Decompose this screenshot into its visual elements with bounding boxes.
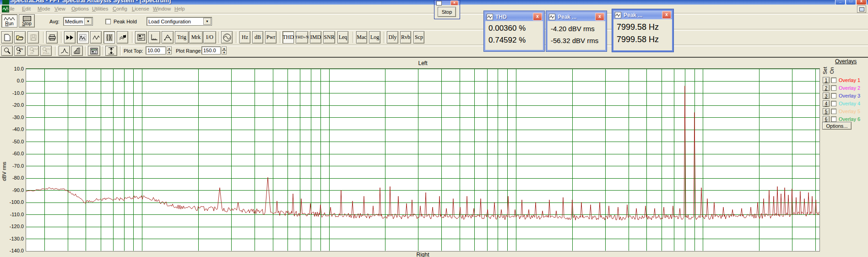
toolbar-group-separator [55,46,57,55]
delay-button[interactable]: Dly [387,31,398,44]
avg-select[interactable]: Medium ▼ [63,17,93,26]
menu-item-window[interactable]: Window [153,6,171,11]
logging-button[interactable]: Log [369,31,380,44]
calipers-button[interactable] [162,31,174,44]
vertical-range-button[interactable] [105,46,117,56]
octave-bars-button[interactable] [71,46,83,56]
plot-canvas[interactable] [26,69,819,251]
menu-item-view[interactable]: View [54,6,65,11]
y-tick-label: -80.0 [5,175,24,180]
display-control-button[interactable] [135,31,147,44]
imd-button[interactable]: IMD [310,31,321,44]
stop-button[interactable]: Stop [19,14,35,27]
peak-amplitude-title: Peak ... [558,14,595,20]
maximize-button[interactable]: □ [846,0,856,5]
new-file-button[interactable] [1,31,13,44]
peak-hold-checkbox[interactable] [105,19,111,24]
peak-curve-button[interactable] [59,46,70,56]
client-divider [0,57,868,58]
close-icon[interactable]: x [595,13,604,21]
close-icon[interactable]: x [533,13,542,21]
power-button[interactable]: Pwr [265,31,277,44]
overlay-on-checkbox-4[interactable] [831,101,836,106]
overlay-on-checkbox-2[interactable] [831,85,836,91]
thd-button[interactable]: THD [282,31,294,44]
overlay-set-button-2[interactable]: 2 [823,85,830,91]
y-tick-label: -40.0 [5,126,24,132]
menu-item-config[interactable]: Config [113,6,127,11]
menu-item-license[interactable]: License [132,6,149,11]
time-series-button[interactable] [90,31,102,44]
configuration-combobox[interactable]: Load Configuration ▼ [146,17,212,26]
overlay-set-button-1[interactable]: 1 [823,77,830,83]
spectrum-view-button[interactable] [77,31,89,44]
peak-frequency-title-bar[interactable]: Peak ... x [613,11,672,19]
plot-range-spinner[interactable]: ▲▼ [222,46,227,55]
generator-stop-button[interactable]: Stop [438,7,456,17]
display-settings-button[interactable] [88,46,100,56]
generator-close-icon[interactable]: x [450,0,458,5]
plot-top-input[interactable]: 10.00 [146,46,166,55]
menu-item-edit[interactable]: Edit [22,6,31,11]
overlay-set-button-6[interactable]: 6 [823,116,830,122]
spectrogram-button[interactable] [103,31,115,44]
toolbar-group-separator [103,46,104,55]
snr-button[interactable]: SNR [323,31,335,44]
svg-text:2X: 2X [30,52,33,55]
channel-label-right: Right [26,252,819,257]
overlay-on-checkbox-5[interactable] [831,109,836,114]
plot-range-input[interactable]: 150.0 [201,46,221,55]
io-button[interactable]: I/O [203,31,216,44]
overlay-on-checkbox-6[interactable] [831,116,836,122]
scope-button[interactable]: Scp [413,31,424,44]
menu-item-file[interactable]: File [6,6,15,11]
peak-frequency-title: Peak ... [624,12,662,18]
toolbar-group-separator [85,46,87,55]
amplitude-units-button[interactable]: dB [252,31,263,44]
zoom-in-2x-button[interactable]: IN2X [14,46,26,56]
mdi-child-restore-button[interactable] [857,5,866,13]
close-button[interactable]: x [856,0,867,5]
plot-top-spinner[interactable]: ▲▼ [167,46,172,55]
frequency-units-button[interactable]: Hz [239,31,250,44]
run-button[interactable]: Run [1,14,17,27]
close-icon[interactable]: x [662,11,671,19]
thd-window-title-bar[interactable]: THD x [485,12,543,21]
leq-button[interactable]: Leq [337,31,348,44]
overlay-on-checkbox-1[interactable] [831,77,836,83]
reverb-button[interactable]: Rvb [400,31,411,44]
chevron-down-icon[interactable]: ▼ [203,18,211,25]
chevron-down-icon[interactable]: ▼ [84,18,92,25]
zoom-out-full-button[interactable]: OUTFULL [40,46,52,56]
overlay-options-button[interactable]: Options... [822,122,852,130]
overlay-set-button-5[interactable]: 5 [823,108,830,115]
zoom-out-2x-button[interactable]: OUT2X [27,46,39,56]
signal-generator-button[interactable] [221,31,233,44]
overlay-set-button-4[interactable]: 4 [823,100,830,107]
overlays-set-column-label: Set [822,67,828,75]
toolbar-group-separator [132,32,134,43]
marker-button[interactable]: Mrk [189,31,203,44]
overlays-header: Overlays [835,58,857,65]
save-button[interactable] [27,31,39,44]
menu-item-mode[interactable]: Mode [38,6,50,11]
zoom-button[interactable] [1,46,13,56]
print-button[interactable] [46,31,58,44]
toolbar-group-separator [384,32,385,43]
trigger-button[interactable]: Trig [175,31,189,44]
meter-icon [615,12,621,18]
menu-item-options[interactable]: Options [71,6,89,11]
minimize-button[interactable]: _ [835,0,846,5]
spectrum-plot[interactable] [26,68,820,252]
overlay-on-checkbox-3[interactable] [831,93,836,98]
overlay-set-button-3[interactable]: 3 [823,93,830,99]
surface-plot-button[interactable] [117,31,128,44]
open-file-button[interactable] [14,31,26,44]
menu-item-help[interactable]: Help [174,6,185,11]
peak-amplitude-title-bar[interactable]: Peak ... x [548,12,605,21]
fft-processing-button[interactable] [64,31,76,44]
macro-button[interactable]: Mac [356,31,367,44]
menu-item-utilities[interactable]: Utilities [92,6,108,11]
scale-ruler-button[interactable] [148,31,160,44]
thd-n-button[interactable]: THD+N [296,31,308,44]
